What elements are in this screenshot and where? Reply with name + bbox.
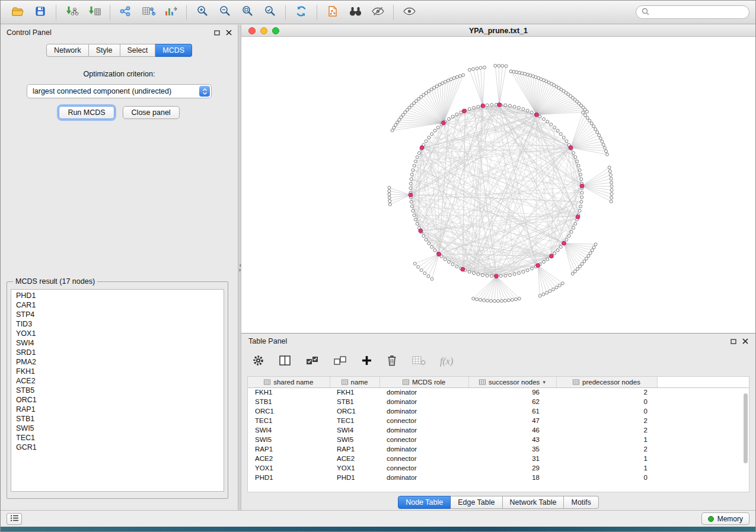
open-file-button[interactable]: [7, 3, 29, 22]
cell-predecessor-nodes[interactable]: 1: [556, 454, 657, 463]
column-header-shared-name[interactable]: shared name: [248, 377, 330, 387]
mcds-result-item[interactable]: ORC1: [11, 395, 224, 405]
cell-shared-name[interactable]: SWI4: [248, 425, 330, 435]
cell-successor-nodes[interactable]: 96: [468, 387, 556, 397]
cell-predecessor-nodes[interactable]: 2: [556, 387, 657, 397]
column-header-successor-nodes[interactable]: successor nodes▾: [468, 377, 556, 387]
cell-shared-name[interactable]: PHD1: [248, 473, 330, 482]
search-network-button[interactable]: [344, 3, 366, 22]
cell-mcds-role[interactable]: dominator: [379, 387, 468, 397]
cell-successor-nodes[interactable]: 61: [468, 406, 556, 416]
run-mcds-button[interactable]: Run MCDS: [59, 106, 114, 119]
cell-name[interactable]: YOX1: [330, 463, 379, 473]
mcds-result-item[interactable]: CAR1: [11, 300, 224, 310]
cell-shared-name[interactable]: RAP1: [248, 444, 330, 454]
zoom-fit-button[interactable]: [236, 3, 259, 22]
cell-mcds-role[interactable]: dominator: [379, 473, 468, 482]
cell-successor-nodes[interactable]: 31: [468, 454, 556, 463]
cell-shared-name[interactable]: SWI5: [248, 435, 330, 444]
column-header-name[interactable]: name: [330, 377, 379, 387]
mcds-result-item[interactable]: PHD1: [11, 291, 224, 300]
cell-predecessor-nodes[interactable]: 0: [556, 473, 657, 482]
cell-name[interactable]: TEC1: [330, 416, 379, 425]
mcds-result-item[interactable]: GCR1: [11, 443, 224, 452]
cell-shared-name[interactable]: FKH1: [248, 387, 330, 397]
cell-name[interactable]: SWI5: [330, 435, 379, 444]
close-window-icon[interactable]: [248, 27, 256, 34]
import-table-button[interactable]: [83, 3, 106, 22]
function-builder-icon[interactable]: f(x): [440, 356, 453, 367]
refresh-button[interactable]: [290, 3, 312, 22]
cell-shared-name[interactable]: STB1: [248, 397, 330, 406]
network-from-chart-button[interactable]: [160, 3, 182, 22]
new-network-button[interactable]: [114, 3, 137, 22]
cell-filler[interactable]: [657, 387, 749, 397]
cell-mcds-role[interactable]: dominator: [379, 397, 468, 406]
cell-mcds-role[interactable]: dominator: [379, 444, 468, 454]
tab-motifs[interactable]: Motifs: [564, 496, 598, 509]
table-row[interactable]: RAP1RAP1dominator352: [248, 444, 749, 454]
float-panel-icon[interactable]: [214, 30, 220, 36]
float-panel-icon[interactable]: [731, 339, 736, 344]
delete-table-icon[interactable]: [412, 355, 426, 368]
hide-details-button[interactable]: [366, 3, 389, 22]
cell-filler[interactable]: [657, 463, 749, 473]
cell-filler[interactable]: [657, 444, 749, 454]
tab-style[interactable]: Style: [89, 44, 120, 57]
table-row[interactable]: SWI4SWI4dominator462: [248, 425, 749, 435]
settings-gear-icon[interactable]: [252, 354, 264, 369]
column-header-mcds-role[interactable]: MCDS role: [379, 377, 468, 387]
mcds-result-item[interactable]: STB1: [11, 414, 224, 424]
unselect-all-icon[interactable]: [333, 355, 347, 368]
tab-edge-table[interactable]: Edge Table: [451, 496, 502, 509]
cell-filler[interactable]: [657, 397, 749, 406]
table-row[interactable]: YOX1YOX1connector291: [248, 463, 749, 473]
network-from-table-button[interactable]: [137, 3, 160, 22]
tab-mcds[interactable]: MCDS: [155, 44, 192, 57]
select-all-icon[interactable]: [305, 355, 319, 368]
cell-filler[interactable]: [657, 454, 749, 463]
cell-predecessor-nodes[interactable]: 1: [556, 435, 657, 444]
cell-filler[interactable]: [657, 425, 749, 435]
cell-predecessor-nodes[interactable]: 0: [556, 397, 657, 406]
table-row[interactable]: SWI5SWI5connector431: [248, 435, 749, 444]
table-row[interactable]: ACE2ACE2connector311: [248, 454, 749, 463]
import-network-button[interactable]: [60, 3, 83, 22]
cell-filler[interactable]: [657, 435, 749, 444]
mcds-result-item[interactable]: PMA2: [11, 357, 224, 367]
table-row[interactable]: TEC1TEC1connector472: [248, 416, 749, 425]
cell-successor-nodes[interactable]: 29: [468, 463, 556, 473]
cell-predecessor-nodes[interactable]: 1: [556, 463, 657, 473]
cell-successor-nodes[interactable]: 43: [468, 435, 556, 444]
criterion-dropdown[interactable]: largest connected component (undirected): [27, 84, 212, 98]
search-input[interactable]: [653, 8, 745, 17]
tab-network-table[interactable]: Network Table: [503, 496, 564, 509]
cell-mcds-role[interactable]: dominator: [379, 425, 468, 435]
cell-shared-name[interactable]: TEC1: [248, 416, 330, 425]
tab-node-table[interactable]: Node Table: [398, 496, 451, 509]
memory-button[interactable]: Memory: [701, 512, 749, 525]
mcds-result-item[interactable]: FKH1: [11, 367, 224, 376]
close-panel-icon[interactable]: [742, 338, 748, 344]
cell-shared-name[interactable]: ACE2: [248, 454, 330, 463]
close-panel-icon[interactable]: [226, 30, 232, 36]
mcds-result-item[interactable]: TID3: [11, 319, 224, 329]
cell-predecessor-nodes[interactable]: 2: [556, 444, 657, 454]
table-scrollbar[interactable]: [743, 389, 748, 491]
cell-name[interactable]: RAP1: [330, 444, 379, 454]
cell-successor-nodes[interactable]: 18: [468, 473, 556, 482]
show-columns-icon[interactable]: [279, 355, 291, 368]
delete-row-icon[interactable]: [387, 354, 397, 368]
close-panel-button[interactable]: Close panel: [123, 106, 180, 119]
tab-network[interactable]: Network: [46, 44, 89, 57]
mcds-result-item[interactable]: RAP1: [11, 405, 224, 414]
zoom-in-button[interactable]: [191, 3, 213, 22]
cell-shared-name[interactable]: YOX1: [248, 463, 330, 473]
cell-name[interactable]: PHD1: [330, 473, 379, 482]
cell-successor-nodes[interactable]: 35: [468, 444, 556, 454]
table-row[interactable]: FKH1FKH1dominator962: [248, 387, 749, 397]
panel-list-button[interactable]: [7, 513, 22, 525]
network-window-titlebar[interactable]: YPA_prune.txt_1: [241, 25, 755, 37]
mcds-result-item[interactable]: SRD1: [11, 348, 224, 357]
cell-mcds-role[interactable]: connector: [379, 416, 468, 425]
